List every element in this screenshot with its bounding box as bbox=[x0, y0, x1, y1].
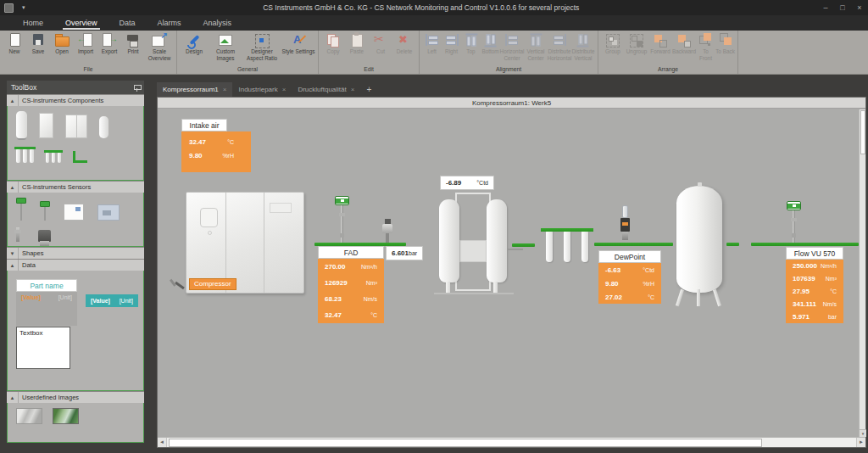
line-pressure-box[interactable]: 6.601 bar bbox=[386, 246, 423, 260]
scroll-left-icon[interactable]: ◄ bbox=[158, 438, 167, 447]
dryer-dewpoint-box[interactable]: -6.89 °Ctd bbox=[440, 176, 494, 190]
section-header-shapes[interactable]: ▼ Shapes bbox=[7, 247, 144, 259]
tab-close-icon[interactable]: × bbox=[223, 86, 227, 93]
custom-images-button[interactable]: Custom Images bbox=[209, 31, 242, 61]
compressor[interactable]: Compressor bbox=[186, 192, 304, 294]
flow-sensor[interactable] bbox=[335, 196, 349, 243]
flow-sensor-thumb[interactable] bbox=[16, 198, 26, 221]
scale-overview-button[interactable]: Scale Overview bbox=[145, 31, 174, 61]
filter-bank-small-thumb[interactable] bbox=[46, 150, 61, 163]
pipe[interactable] bbox=[726, 243, 739, 246]
to-back-button[interactable]: To Back bbox=[715, 31, 735, 55]
tab-kompressorraum1[interactable]: Kompressorraum1 × bbox=[157, 82, 232, 97]
pipe-elbow-thumb[interactable] bbox=[73, 151, 87, 163]
print-button[interactable]: Print bbox=[121, 31, 145, 55]
filter-bank[interactable] bbox=[541, 228, 593, 262]
menu-alarms[interactable]: Alarms bbox=[147, 15, 192, 31]
scroll-down-icon[interactable]: ▾ bbox=[860, 429, 866, 437]
horizontal-scrollbar-thumb[interactable] bbox=[169, 439, 762, 447]
horizontal-center-button[interactable]: Horizontal Center bbox=[500, 31, 524, 61]
section-header-data[interactable]: ▲ Data bbox=[7, 259, 144, 271]
distribute-vertical-button[interactable]: Distribute Vertical bbox=[571, 31, 595, 61]
backward-button[interactable]: Backward bbox=[672, 31, 696, 55]
open-button[interactable]: Open bbox=[50, 31, 74, 55]
part-name-widget[interactable]: Part name [Value] [Unit] bbox=[16, 279, 77, 326]
flow-sensor-vu570[interactable] bbox=[787, 201, 801, 243]
pipe[interactable] bbox=[594, 243, 665, 246]
vertical-center-button[interactable]: Vertical Center bbox=[524, 31, 548, 61]
save-button[interactable]: Save bbox=[26, 31, 50, 55]
intake-air-panel[interactable]: Intake air 32.47°C 9.80%rH bbox=[181, 119, 251, 172]
new-button[interactable]: New bbox=[3, 31, 26, 55]
double-cabinet-thumb[interactable] bbox=[65, 115, 87, 138]
align-right-button[interactable]: Right bbox=[442, 31, 461, 55]
menu-analysis[interactable]: Analysis bbox=[192, 15, 243, 31]
collapse-up-icon[interactable]: ▲ bbox=[7, 182, 19, 193]
paste-button[interactable]: Paste bbox=[345, 31, 369, 55]
import-button[interactable]: Import bbox=[74, 31, 97, 55]
delete-button[interactable]: Delete bbox=[392, 31, 416, 55]
design-canvas[interactable]: Intake air 32.47°C 9.80%rH Compressor bbox=[158, 109, 859, 437]
collapse-up-icon[interactable]: ▲ bbox=[7, 260, 19, 271]
app-icon[interactable] bbox=[4, 3, 14, 13]
copy-button[interactable]: Copy bbox=[321, 31, 345, 55]
panel-device-thumb[interactable] bbox=[64, 204, 84, 221]
menu-data[interactable]: Data bbox=[108, 15, 147, 31]
section-header-userdefined-images[interactable]: ▲ Userdefined Images bbox=[7, 391, 144, 403]
tank-thumb[interactable] bbox=[99, 116, 108, 138]
pressure-sensor-thumb[interactable] bbox=[38, 230, 51, 242]
user-image-thumb-2[interactable] bbox=[53, 408, 79, 424]
menu-home[interactable]: Home bbox=[12, 15, 54, 31]
dryer-tower-thumb[interactable] bbox=[16, 111, 27, 138]
maximize-button[interactable]: □ bbox=[834, 3, 851, 12]
style-settings-button[interactable]: Style Settings bbox=[281, 31, 315, 55]
fad-panel[interactable]: FAD 270.00Nm³/h 126929Nm³ 68.23Nm/s 32.4… bbox=[318, 246, 384, 323]
air-receiver-tank[interactable] bbox=[676, 186, 722, 293]
forward-button[interactable]: Forward bbox=[648, 31, 672, 55]
pressure-sensor[interactable] bbox=[382, 219, 392, 243]
horizontal-scrollbar[interactable]: ◄ ► bbox=[158, 437, 865, 447]
pin-icon[interactable] bbox=[134, 84, 140, 92]
group-button[interactable]: Group bbox=[601, 31, 625, 55]
new-tab-button[interactable]: + bbox=[360, 82, 377, 97]
ungroup-button[interactable]: Ungroup bbox=[625, 31, 648, 55]
section-header-components[interactable]: ▲ CS-instruments Components bbox=[7, 94, 144, 106]
value-unit-widget[interactable]: [Value] [Unit] bbox=[86, 294, 138, 307]
cabinet-thumb[interactable] bbox=[39, 113, 53, 138]
align-bottom-button[interactable]: Bottom bbox=[481, 31, 500, 55]
align-top-button[interactable]: Top bbox=[461, 31, 481, 55]
pipe[interactable] bbox=[512, 243, 535, 247]
menu-overview[interactable]: Overview bbox=[54, 15, 108, 31]
adsorption-dryer[interactable] bbox=[437, 191, 509, 294]
designer-aspect-ratio-button[interactable]: Designer Aspect Ratio bbox=[242, 31, 281, 61]
compressor-label[interactable]: Compressor bbox=[189, 278, 236, 290]
display-device-thumb[interactable] bbox=[97, 204, 120, 221]
tab-industriepark[interactable]: Industriepark × bbox=[232, 82, 292, 97]
flow-vu570-panel[interactable]: Flow VU 570 250.000Nm³/h 107639Nm³ 27.95… bbox=[786, 247, 843, 323]
align-left-button[interactable]: Left bbox=[422, 31, 442, 55]
scroll-right-icon[interactable]: ► bbox=[856, 438, 865, 447]
distribute-horizontal-button[interactable]: Distribute Horizontal bbox=[548, 31, 571, 61]
small-sensor-thumb[interactable] bbox=[16, 227, 19, 242]
flow-sensor2-thumb[interactable] bbox=[40, 201, 50, 221]
dewpoint-sensor[interactable] bbox=[620, 205, 630, 240]
filter-bank-thumb[interactable] bbox=[16, 147, 34, 163]
minimize-button[interactable]: – bbox=[817, 3, 834, 12]
tab-close-icon[interactable]: × bbox=[351, 86, 355, 93]
close-button[interactable]: × bbox=[851, 3, 868, 12]
vertical-scrollbar[interactable]: ▾ bbox=[859, 109, 865, 437]
tab-close-icon[interactable]: × bbox=[282, 86, 287, 93]
section-header-sensors[interactable]: ▲ CS-instruments Sensors bbox=[7, 181, 144, 193]
tab-druckluftqualitaet[interactable]: Druckluftqualität × bbox=[292, 82, 360, 97]
collapse-up-icon[interactable]: ▲ bbox=[7, 95, 19, 106]
cut-button[interactable]: Cut bbox=[369, 31, 392, 55]
collapse-down-icon[interactable]: ▼ bbox=[7, 248, 19, 259]
design-button[interactable]: Design bbox=[180, 31, 209, 55]
to-front-button[interactable]: To Front bbox=[696, 31, 715, 61]
export-button[interactable]: Export bbox=[97, 31, 121, 55]
pipe[interactable] bbox=[662, 243, 673, 246]
pipe[interactable] bbox=[751, 243, 859, 246]
collapse-up-icon[interactable]: ▲ bbox=[7, 392, 19, 403]
dewpoint-panel[interactable]: DewPoint -6.63°Ctd 9.80%rH 27.02°C bbox=[598, 250, 661, 304]
textbox-widget[interactable]: Textbox bbox=[16, 327, 70, 369]
